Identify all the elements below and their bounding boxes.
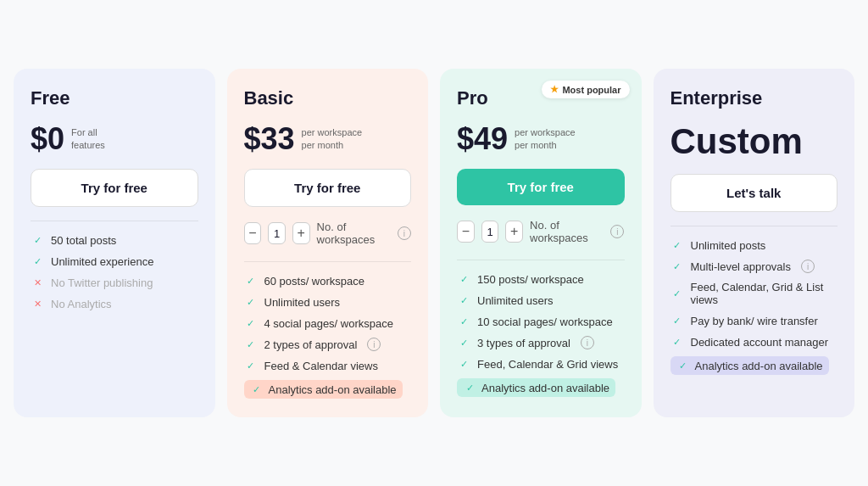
stepper-minus-basic[interactable]: −: [244, 222, 262, 244]
feature-icon-basic-2: ✓: [244, 316, 258, 330]
feature-item-pro-2: ✓ 10 social pages/ workspace: [457, 315, 625, 328]
feature-text-free-2: No Twitter publishing: [51, 277, 153, 289]
feature-text-free-3: No Analytics: [51, 298, 112, 310]
feature-item-basic-0: ✓ 60 posts/ workspace: [244, 274, 412, 288]
feature-icon-basic-5: ✓: [250, 383, 264, 396]
feature-item-basic-3: ✓ 2 types of approval i: [244, 338, 412, 351]
price-row-free: $0 For allfeatures: [31, 121, 198, 157]
feature-icon-pro-5: ✓: [463, 381, 476, 394]
price-desc: For allfeatures: [71, 126, 105, 153]
feature-text-basic-1: Unlimited users: [264, 296, 341, 309]
feature-item-enterprise-4: ✓ Dedicated account manager: [670, 335, 838, 349]
feature-icon-free-3: ✕: [31, 297, 44, 310]
stepper-value-pro: 1: [481, 221, 499, 243]
feature-list-pro: ✓ 150 posts/ workspace ✓ Unlimited users…: [457, 272, 625, 397]
feature-text-enterprise-4: Dedicated account manager: [691, 336, 829, 349]
feature-list-free: ✓ 50 total posts ✓ Unlimited experience …: [31, 233, 198, 310]
star-icon: ★: [550, 84, 559, 95]
divider-enterprise: [670, 226, 838, 226]
feature-info-icon-basic-3[interactable]: i: [367, 338, 381, 351]
stepper-value-basic: 1: [268, 222, 286, 244]
workspace-info-icon[interactable]: i: [610, 225, 624, 238]
feature-text-pro-4: Feed, Calendar & Grid views: [477, 358, 618, 371]
feature-info-icon-pro-3[interactable]: i: [581, 336, 594, 349]
feature-text-free-1: Unlimited experience: [51, 255, 153, 268]
feature-item-basic-4: ✓ Feed & Calendar views: [244, 359, 412, 372]
price-row-basic: $33 per workspaceper month: [244, 121, 412, 157]
feature-text-pro-2: 10 social pages/ workspace: [477, 316, 613, 328]
feature-text-enterprise-3: Pay by bank/ wire transfer: [691, 315, 818, 327]
feature-text-basic-3: 2 types of approval: [264, 338, 358, 351]
feature-icon-enterprise-4: ✓: [670, 335, 684, 349]
feature-item-basic-2: ✓ 4 social pages/ workspace: [244, 316, 412, 330]
feature-text-pro-1: Unlimited users: [477, 294, 554, 307]
feature-text-enterprise-5: Analytics add-on available: [695, 360, 823, 372]
feature-icon-pro-1: ✓: [457, 293, 470, 307]
feature-icon-enterprise-2: ✓: [670, 287, 684, 300]
feature-item-pro-0: ✓ 150 posts/ workspace: [457, 272, 625, 286]
feature-item-free-3: ✕ No Analytics: [31, 297, 198, 310]
price-amount: $49: [457, 121, 508, 157]
cta-button-free[interactable]: Try for free: [31, 169, 198, 207]
workspace-info-icon[interactable]: i: [398, 226, 411, 240]
feature-item-pro-5: ✓ Analytics add-on available: [457, 378, 625, 397]
feature-icon-pro-3: ✓: [457, 336, 470, 349]
workspace-stepper-basic: − 1 + No. of workspaces i: [244, 221, 412, 246]
feature-icon-basic-1: ✓: [244, 295, 258, 309]
feature-item-pro-4: ✓ Feed, Calendar & Grid views: [457, 357, 625, 371]
feature-text-basic-4: Feed & Calendar views: [264, 360, 378, 372]
feature-text-basic-5: Analytics add-on available: [269, 383, 397, 396]
feature-item-free-0: ✓ 50 total posts: [31, 233, 198, 247]
most-popular-label: Most popular: [562, 85, 620, 95]
plan-card-free: Free $0 For allfeatures Try for free ✓ 5…: [14, 69, 215, 417]
divider-pro: [457, 260, 625, 260]
feature-icon-pro-4: ✓: [457, 357, 470, 371]
feature-info-icon-enterprise-1[interactable]: i: [801, 260, 815, 273]
divider-free: [31, 221, 198, 221]
feature-text-pro-3: 3 types of approval: [477, 337, 570, 349]
feature-icon-enterprise-0: ✓: [670, 238, 684, 252]
feature-text-enterprise-0: Unlimited posts: [691, 239, 766, 252]
workspace-stepper-pro: − 1 + No. of workspaces i: [457, 219, 625, 244]
feature-icon-free-1: ✓: [31, 254, 44, 268]
feature-item-pro-3: ✓ 3 types of approval i: [457, 336, 625, 349]
most-popular-badge: ★ Most popular: [542, 81, 629, 98]
feature-item-free-2: ✕ No Twitter publishing: [31, 276, 198, 289]
feature-item-enterprise-1: ✓ Multi-level approvals i: [670, 260, 838, 273]
feature-item-enterprise-2: ✓ Feed, Calendar, Grid & List views: [670, 281, 838, 306]
cta-button-basic[interactable]: Try for free: [244, 169, 412, 207]
workspace-label: No. of workspaces: [317, 221, 387, 246]
feature-highlight-pro-5: ✓ Analytics add-on available: [457, 378, 615, 397]
feature-item-basic-1: ✓ Unlimited users: [244, 295, 412, 309]
feature-icon-free-2: ✕: [31, 276, 44, 289]
feature-icon-basic-3: ✓: [244, 338, 258, 351]
feature-text-pro-0: 150 posts/ workspace: [477, 273, 584, 286]
feature-icon-basic-0: ✓: [244, 274, 258, 288]
stepper-minus-pro[interactable]: −: [457, 221, 475, 243]
feature-highlight-basic-5: ✓ Analytics add-on available: [244, 380, 403, 399]
cta-button-pro[interactable]: Try for free: [457, 169, 625, 205]
feature-text-basic-0: 60 posts/ workspace: [264, 275, 365, 288]
divider-basic: [244, 261, 412, 262]
price-row-pro: $49 per workspaceper month: [457, 121, 625, 157]
feature-item-enterprise-5: ✓ Analytics add-on available: [670, 356, 838, 375]
price-amount: $33: [244, 121, 295, 157]
feature-item-enterprise-3: ✓ Pay by bank/ wire transfer: [670, 314, 838, 327]
price-desc: per workspaceper month: [302, 126, 363, 153]
plan-name-free: Free: [31, 87, 198, 109]
feature-text-pro-5: Analytics add-on available: [481, 382, 609, 394]
cta-button-enterprise[interactable]: Let's talk: [670, 174, 838, 212]
stepper-plus-pro[interactable]: +: [505, 221, 523, 243]
workspace-label: No. of workspaces: [530, 219, 600, 244]
feature-icon-enterprise-3: ✓: [670, 314, 684, 327]
feature-icon-pro-2: ✓: [457, 315, 470, 328]
feature-icon-enterprise-5: ✓: [676, 359, 690, 372]
pricing-container: Free $0 For allfeatures Try for free ✓ 5…: [14, 69, 854, 417]
feature-text-enterprise-2: Feed, Calendar, Grid & List views: [691, 281, 838, 306]
stepper-plus-basic[interactable]: +: [292, 222, 310, 244]
feature-item-free-1: ✓ Unlimited experience: [31, 254, 198, 268]
feature-highlight-enterprise-5: ✓ Analytics add-on available: [670, 356, 829, 375]
feature-text-basic-2: 4 social pages/ workspace: [264, 317, 393, 330]
feature-icon-pro-0: ✓: [457, 272, 470, 286]
feature-item-basic-5: ✓ Analytics add-on available: [244, 380, 412, 399]
